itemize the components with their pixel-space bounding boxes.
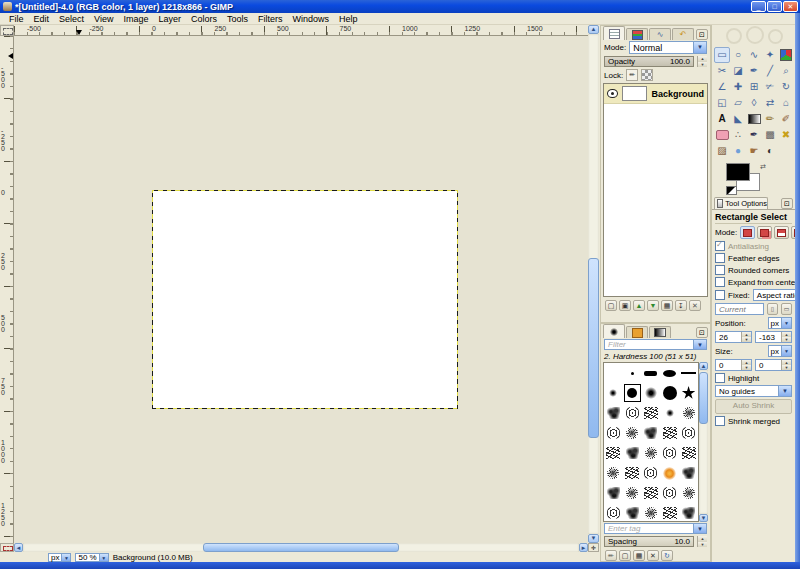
tab-layers[interactable] [603,26,625,40]
brush-thumbnail-dot-s[interactable] [623,363,642,383]
quick-mask-toggle[interactable] [0,543,14,552]
foreground-color-swatch[interactable] [726,163,750,181]
brush-thumbnail-tex4[interactable] [623,483,642,503]
size-unit-combo[interactable]: px▼ [768,345,792,357]
zoom-combo[interactable]: 50 %▼ [75,553,108,562]
tool-perspective-clone[interactable]: ▨ [714,143,730,159]
lock-pixels-toggle[interactable]: ✏ [626,69,638,81]
tool-zoom[interactable]: ⌕ [778,63,794,79]
menu-colors[interactable]: Colors [186,14,222,24]
tool-fuzzy-select[interactable]: ✦ [762,47,778,63]
scroll-up-button[interactable]: ▲ [588,25,599,34]
tool-rectangle-select[interactable]: ▭ [714,47,730,63]
tab-menu-button[interactable]: ⊡ [781,198,793,209]
tool-color-picker[interactable]: ╱ [762,63,778,79]
tab-undo-history[interactable]: ↶ [672,28,694,40]
brush-thumbnail-orange[interactable] [660,463,679,483]
position-x-spinner[interactable]: ▲▼ [741,332,751,342]
ruler-corner-menu-button[interactable] [0,25,14,36]
scroll-down-button[interactable]: ▼ [588,534,599,543]
antialiasing-checkbox[interactable] [715,241,725,251]
brush-thumbnail-tex1[interactable] [623,503,642,522]
refresh-brushes-button[interactable]: ↻ [661,550,673,561]
tab-menu-button[interactable]: ⊡ [696,327,708,338]
brush-grid-scrollbar[interactable]: ▲ ▼ [699,362,708,522]
tool-smudge[interactable]: ☛ [746,143,762,159]
tool-eraser[interactable] [714,127,730,143]
menu-view[interactable]: View [89,14,118,24]
title-bar[interactable]: *[Untitled]-4.0 (RGB color, 1 layer) 121… [0,0,800,13]
brush-thumbnail-tex4[interactable] [623,423,642,443]
reset-colors-icon[interactable] [726,186,737,195]
brush-thumbnail-star[interactable] [679,383,698,403]
brush-spacing-slider[interactable]: Spacing 10.0 [604,536,694,547]
scroll-down-button[interactable]: ▼ [699,514,708,522]
delete-brush-button[interactable]: ✕ [647,550,659,561]
horizontal-ruler[interactable]: -500-2500250500750100012501500 [14,25,588,36]
tool-text[interactable]: A [714,111,730,127]
opacity-spinner[interactable]: ▲▼ [697,56,707,67]
brush-thumbnail-tex2[interactable] [604,423,623,443]
brush-thumbnail-tex3[interactable] [604,443,623,463]
fixed-rule-combo[interactable]: Aspect ratio▼ [753,289,800,301]
layer-thumbnail[interactable] [622,86,648,101]
layer-mode-combo[interactable]: Normal▼ [629,41,707,54]
tab-gradients[interactable] [649,326,671,338]
canvas-horizontal-scrollbar[interactable]: ◄ ► ✛ [0,543,599,552]
vertical-ruler[interactable]: - 5 0 0- 2 5 002 5 05 0 07 5 01 0 0 01 2… [0,36,14,543]
mode-add-button[interactable] [757,226,772,239]
brush-thumbnail-tex1[interactable] [604,483,623,503]
scroll-right-button[interactable]: ► [579,543,588,552]
tab-brushes[interactable] [603,324,625,338]
tool-paintbrush[interactable]: ✐ [778,111,794,127]
tool-rotate[interactable]: ↻ [778,79,794,95]
tool-blur-sharpen[interactable]: ● [730,143,746,159]
tool-paths[interactable]: ✒ [746,63,762,79]
tool-crop[interactable]: ✃ [762,79,778,95]
menu-tools[interactable]: Tools [222,14,253,24]
tab-menu-button[interactable]: ⊡ [696,29,708,40]
brush-filter-input[interactable]: Filter▼ [604,339,707,350]
brush-thumbnail-soft-s[interactable] [660,403,679,423]
canvas-viewport[interactable] [14,36,588,543]
tool-foreground-select[interactable]: ◪ [730,63,746,79]
position-x-input[interactable]: 26▲▼ [715,331,752,343]
brush-thumbnail-line[interactable] [679,363,698,383]
position-unit-combo[interactable]: px▼ [768,317,792,329]
menu-help[interactable]: Help [334,14,363,24]
layer-row-background[interactable]: Background [604,84,707,104]
tool-measure[interactable]: ∠ [714,79,730,95]
horizontal-scroll-thumb[interactable] [203,543,399,552]
brush-thumbnail-soft-s[interactable] [604,383,623,403]
opacity-slider[interactable]: Opacity 100.0 [604,56,694,67]
swap-colors-icon[interactable]: ⇄ [760,163,766,171]
brush-thumbnail-tex3[interactable] [660,503,679,522]
tab-patterns[interactable] [626,326,648,338]
size-width-input[interactable]: 0▲▼ [715,359,752,371]
tool-select-by-color[interactable] [778,47,794,63]
brush-thumbnail-tex2[interactable] [679,423,698,443]
edit-brush-button[interactable]: ✏ [605,550,617,561]
brush-thumbnail-tex4[interactable] [679,403,698,423]
position-y-input[interactable]: -163▲▼ [755,331,792,343]
anchor-layer-button[interactable]: ↧ [675,300,687,311]
brush-scroll-track[interactable] [699,370,708,514]
new-brush-button[interactable]: ▢ [619,550,631,561]
rounded-corners-checkbox[interactable] [715,265,725,275]
size-height-spinner[interactable]: ▲▼ [781,360,791,370]
scroll-up-button[interactable]: ▲ [699,362,708,370]
tool-clone[interactable]: ▩ [762,127,778,143]
menu-image[interactable]: Image [118,14,153,24]
brush-thumbnail-tex1[interactable] [679,463,698,483]
horizontal-scroll-track[interactable] [23,543,579,552]
brush-thumbnail-tex1[interactable] [679,503,698,522]
maximize-button[interactable]: □ [767,1,782,12]
visibility-eye-icon[interactable] [607,89,618,98]
windows-taskbar[interactable] [0,562,800,569]
brush-thumbnail-tex2[interactable] [642,463,661,483]
tool-align[interactable]: ⊞ [746,79,762,95]
brush-thumbnail-bar[interactable] [642,363,661,383]
scroll-left-button[interactable]: ◄ [14,543,23,552]
tool-airbrush[interactable]: ∴ [730,127,746,143]
minimize-button[interactable]: _ [751,1,766,12]
